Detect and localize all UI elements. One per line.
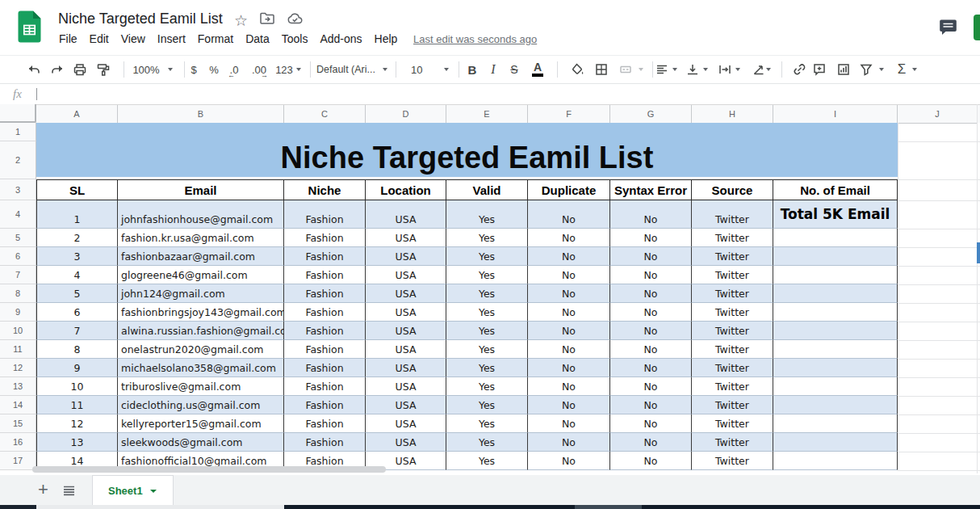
- cell-valid-row14[interactable]: Yes: [446, 396, 528, 414]
- cell-niche-row4[interactable]: Fashion: [284, 200, 366, 229]
- cell-syntax_error-row15[interactable]: No: [610, 414, 692, 433]
- menu-file[interactable]: File: [59, 32, 77, 45]
- cell-no-of-email-row4[interactable]: Total 5K Email: [773, 200, 898, 229]
- cell-no-of-email-row7[interactable]: [773, 266, 898, 284]
- print-button[interactable]: [70, 56, 90, 83]
- font-family-select[interactable]: Default (Ari...: [315, 56, 389, 83]
- cell-niche-row6[interactable]: Fashion: [284, 247, 366, 266]
- cell-location-row7[interactable]: USA: [366, 266, 446, 284]
- cell-source-row11[interactable]: Twitter: [692, 340, 773, 359]
- cell-email-row9[interactable]: fashionbringsjoy143@gmail.com: [118, 303, 284, 322]
- cell-duplicate-row8[interactable]: No: [528, 284, 610, 303]
- cell-syntax_error-row9[interactable]: No: [610, 303, 692, 322]
- cell-syntax_error-row10[interactable]: No: [610, 322, 692, 340]
- borders-button[interactable]: [592, 56, 611, 83]
- menu-insert[interactable]: Insert: [157, 32, 186, 45]
- cell-valid-row5[interactable]: Yes: [446, 229, 528, 247]
- insert-chart-button[interactable]: [835, 56, 852, 83]
- sheet-title-cell[interactable]: Niche Targeted Eamil List: [36, 123, 898, 177]
- menu-tools[interactable]: Tools: [282, 32, 308, 45]
- insert-link-button[interactable]: [790, 56, 808, 83]
- header-cell-no--of-email[interactable]: No. of Email: [773, 179, 898, 200]
- cell-valid-row12[interactable]: Yes: [446, 359, 528, 377]
- cell-no-of-email-row9[interactable]: [773, 303, 898, 322]
- cell-sl-row15[interactable]: 12: [36, 414, 118, 433]
- undo-button[interactable]: [24, 56, 44, 83]
- cell-location-row13[interactable]: USA: [366, 377, 446, 396]
- row-header-3[interactable]: 3: [0, 179, 36, 200]
- cell-duplicate-row12[interactable]: No: [528, 359, 610, 377]
- row-header-5[interactable]: 5: [0, 229, 36, 247]
- cell-valid-row6[interactable]: Yes: [446, 247, 528, 266]
- cloud-status-icon[interactable]: [287, 11, 304, 29]
- functions-button[interactable]: Σ: [893, 56, 911, 83]
- cell-duplicate-row4[interactable]: No: [528, 200, 610, 229]
- cell-duplicate-row17[interactable]: No: [528, 452, 610, 470]
- cell-no-of-email-row11[interactable]: [773, 340, 898, 359]
- cell-location-row12[interactable]: USA: [366, 359, 446, 377]
- cell-sl-row9[interactable]: 6: [36, 303, 118, 322]
- menu-help[interactable]: Help: [375, 32, 398, 45]
- horizontal-align-button[interactable]: [654, 56, 670, 83]
- vertical-scrollbar-thumb[interactable]: [977, 242, 980, 263]
- more-formats-button[interactable]: 123: [271, 56, 305, 83]
- bold-button[interactable]: B: [464, 56, 480, 83]
- row-header-9[interactable]: 9: [0, 303, 36, 322]
- add-sheet-button[interactable]: +: [38, 479, 48, 500]
- cell-email-row12[interactable]: michaelsolano358@gmail.com: [118, 359, 284, 377]
- cell-location-row16[interactable]: USA: [366, 433, 446, 452]
- cell-niche-row13[interactable]: Fashion: [284, 377, 366, 396]
- cell-no-of-email-row12[interactable]: [773, 359, 898, 377]
- cell-niche-row10[interactable]: Fashion: [284, 322, 366, 340]
- cell-no-of-email-row13[interactable]: [773, 377, 898, 396]
- cell-sl-row16[interactable]: 13: [36, 433, 118, 452]
- cell-sl-row14[interactable]: 11: [36, 396, 118, 414]
- cell-sl-row12[interactable]: 9: [36, 359, 118, 377]
- formula-input[interactable]: [40, 84, 977, 104]
- text-wrap-button[interactable]: [717, 56, 733, 83]
- cell-location-row4[interactable]: USA: [366, 200, 446, 229]
- cell-location-row9[interactable]: USA: [366, 303, 446, 322]
- cell-email-row13[interactable]: triburoslive@gmail.com: [118, 377, 284, 396]
- cell-valid-row8[interactable]: Yes: [446, 284, 528, 303]
- cell-no-of-email-row10[interactable]: [773, 322, 898, 340]
- cell-duplicate-row9[interactable]: No: [528, 303, 610, 322]
- document-title[interactable]: Niche Targeted Eamil List: [58, 11, 223, 27]
- text-rotation-button[interactable]: [751, 56, 767, 83]
- header-cell-niche[interactable]: Niche: [284, 179, 366, 200]
- column-header-B[interactable]: B: [118, 105, 284, 124]
- header-cell-sl[interactable]: SL: [36, 179, 118, 200]
- cell-sl-row5[interactable]: 2: [36, 229, 118, 247]
- text-color-button[interactable]: A: [528, 56, 547, 83]
- cell-sl-row11[interactable]: 8: [36, 340, 118, 359]
- row-header-8[interactable]: 8: [0, 284, 36, 303]
- row-header-14[interactable]: 14: [0, 396, 36, 414]
- cell-niche-row7[interactable]: Fashion: [284, 266, 366, 284]
- cell-email-row16[interactable]: sleekwoods@gmail.com: [118, 433, 284, 452]
- decrease-decimal-button[interactable]: .0←: [226, 56, 242, 83]
- cell-syntax_error-row14[interactable]: No: [610, 396, 692, 414]
- cell-email-row5[interactable]: fashion.kr.usa@gmail.com: [118, 229, 284, 247]
- cell-location-row15[interactable]: USA: [366, 414, 446, 433]
- cell-duplicate-row14[interactable]: No: [528, 396, 610, 414]
- cell-sl-row4[interactable]: 1: [36, 200, 118, 229]
- cell-source-row14[interactable]: Twitter: [692, 396, 773, 414]
- cell-syntax_error-row11[interactable]: No: [610, 340, 692, 359]
- cell-valid-row13[interactable]: Yes: [446, 377, 528, 396]
- cell-source-row8[interactable]: Twitter: [692, 284, 773, 303]
- cell-sl-row8[interactable]: 5: [36, 284, 118, 303]
- comment-history-icon[interactable]: [938, 18, 958, 40]
- row-header-7[interactable]: 7: [0, 266, 36, 284]
- row-header-13[interactable]: 13: [0, 377, 36, 396]
- format-currency-button[interactable]: $: [187, 56, 200, 83]
- menu-view[interactable]: View: [121, 32, 145, 45]
- header-cell-valid[interactable]: Valid: [446, 179, 528, 200]
- merge-cells-caret[interactable]: [639, 68, 643, 71]
- cell-niche-row5[interactable]: Fashion: [284, 229, 366, 247]
- cell-location-row14[interactable]: USA: [366, 396, 446, 414]
- star-icon[interactable]: ☆: [234, 13, 248, 28]
- menu-format[interactable]: Format: [198, 32, 233, 45]
- cell-duplicate-row16[interactable]: No: [528, 433, 610, 452]
- cell-source-row17[interactable]: Twitter: [692, 452, 773, 470]
- cell-email-row15[interactable]: kellyreporter15@gmail.com: [118, 414, 284, 433]
